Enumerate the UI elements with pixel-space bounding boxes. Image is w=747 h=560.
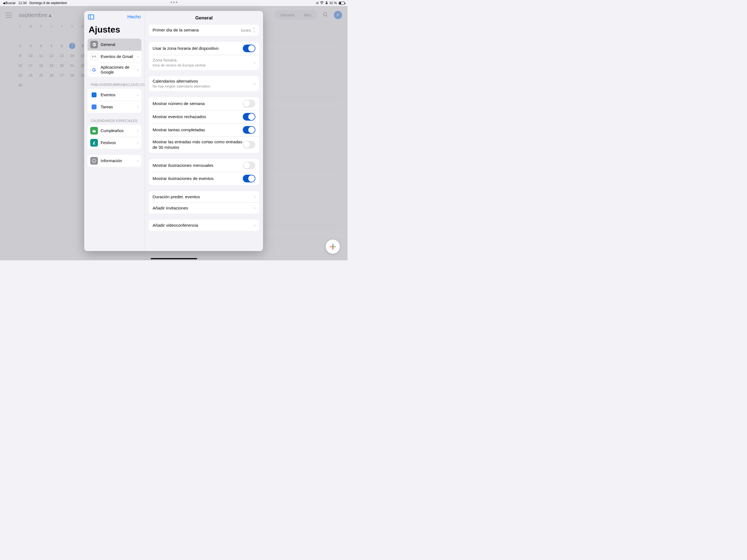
chevron-right-icon: › [137,128,138,133]
back-to-app[interactable]: ◀ Buscar [3,1,16,5]
create-event-fab[interactable] [326,239,340,254]
google-icon [90,66,98,74]
sidebar-item-gmail-events[interactable]: Eventos de Gmail › [87,51,141,62]
back-app-label: Buscar [5,1,16,5]
row-value: lunes [241,28,251,33]
updown-icon: ⌃⌄ [253,28,255,32]
gmail-icon [90,53,98,60]
sidebar-item-birthdays[interactable]: Cumpleaños › [87,125,141,137]
switch-declined-events[interactable] [243,113,255,121]
sidebar-item-info[interactable]: Información › [87,155,141,167]
group-display-toggles: Mostrar número de semana Mostrar eventos… [149,97,259,153]
svg-rect-5 [94,160,94,162]
row-label: Zona horaria [153,58,254,62]
row-week-number[interactable]: Mostrar número de semana [149,97,259,110]
row-add-videoconference[interactable]: Añadir videoconferencia › [149,220,259,231]
row-completed-tasks[interactable]: Mostrar tareas completadas [149,123,259,136]
tasks-color-icon [90,103,98,111]
sidebar-item-label: Información [101,158,137,163]
settings-detail: General Primer día de la semana lunes ⌃⌄… [145,11,263,251]
row-first-day[interactable]: Primer día de la semana lunes ⌃⌄ [149,25,259,36]
chevron-right-icon: › [137,67,138,72]
status-date: Domingo 8 de septiembre [29,1,67,5]
sidebar-item-label: General [101,42,137,47]
row-alt-calendars[interactable]: Calendarios alternativos No hay ningún c… [149,76,259,91]
chevron-right-icon: › [137,93,138,97]
chevron-right-icon: › [137,104,138,109]
row-label: Mostrar las entradas más cortas como ent… [153,139,243,150]
sidebar-group-main: General › Eventos de Gmail › Aplicacione… [87,39,141,77]
settings-sidebar: Hecho Ajustes General › Eventos de Gmail… [84,11,145,251]
battery-icon [338,2,345,5]
sidebar-section-special: CALENDARIOS ESPECIALES [84,119,145,125]
row-timezone[interactable]: Zona horaria hora de verano de Europa ce… [149,55,259,70]
chevron-right-icon: › [254,206,255,210]
sidebar-section-account: PABLOVERDUMIRA@ICLOUD.COM [84,83,145,89]
row-event-illustrations[interactable]: Mostrar ilustraciones de eventos [149,172,259,185]
sidebar-item-label: Festivos [101,140,137,145]
row-declined-events[interactable]: Mostrar eventos rechazados [149,110,259,123]
row-label: Añadir invitaciones [153,205,254,211]
sidebar-item-label: Eventos de Gmail [101,54,137,59]
row-short-entries[interactable]: Mostrar las entradas más cortas como ent… [149,136,259,153]
group-first-day: Primer día de la semana lunes ⌃⌄ [149,25,259,36]
wifi-icon [320,1,324,5]
multitask-dots-icon[interactable] [170,2,177,3]
done-button[interactable]: Hecho [127,14,141,20]
chevron-right-icon: › [137,54,138,59]
sidebar-item-events[interactable]: Eventos › [87,89,141,101]
group-illustrations: Mostrar ilustraciones mensuales Mostrar … [149,159,259,185]
row-label: Usar la zona horaria del dispositivo [153,46,243,51]
birthday-icon [90,127,98,134]
sidebar-item-label: Cumpleaños [101,128,137,133]
switch-short-entries[interactable] [243,141,255,149]
chevron-right-icon: › [137,140,138,145]
row-use-device-tz[interactable]: Usar la zona horaria del dispositivo [149,42,259,55]
chevron-right-icon: › [137,42,138,47]
row-label: Duración predet. eventos [153,194,254,200]
user-icon [325,1,328,5]
calendar-color-icon [90,91,98,99]
settings-modal: Hecho Ajustes General › Eventos de Gmail… [84,11,263,251]
chevron-right-icon: › [254,81,255,86]
row-label: Mostrar eventos rechazados [153,114,243,120]
switch-use-device-tz[interactable] [243,45,255,52]
settings-title: Ajustes [84,23,145,39]
row-label: Calendarios alternativos [153,79,254,84]
status-time: 11:34 [18,1,27,5]
sidebar-item-google-apps[interactable]: Aplicaciones de Google › [87,62,141,77]
row-label: Mostrar ilustraciones de eventos [153,176,243,181]
sidebar-item-label: Tareas [101,104,137,109]
row-label: Mostrar tareas completadas [153,127,243,133]
group-alt-calendars: Calendarios alternativos No hay ningún c… [149,76,259,91]
row-add-invites[interactable]: Añadir invitaciones › [149,202,259,213]
sidebar-item-tasks[interactable]: Tareas › [87,101,141,113]
switch-completed-tasks[interactable] [243,126,255,134]
sidebar-item-label: Aplicaciones de Google [101,65,137,75]
svg-point-0 [326,1,327,3]
row-monthly-illustrations[interactable]: Mostrar ilustraciones mensuales [149,159,259,172]
sidebar-group-special: Cumpleaños › Festivos › [87,125,141,149]
chevron-right-icon: › [137,158,138,163]
svg-point-4 [94,160,94,160]
row-sublabel: No hay ningún calendario alternativo [153,84,254,88]
sidebar-item-general[interactable]: General › [87,39,141,51]
row-default-duration[interactable]: Duración predet. eventos › [149,191,259,202]
chevron-right-icon: › [254,60,255,65]
battery-percent: 31 % [330,1,337,5]
gear-icon [90,41,98,48]
group-timezone: Usar la zona horaria del dispositivo Zon… [149,42,259,70]
switch-event-illustrations[interactable] [243,175,255,182]
info-icon [90,157,98,164]
switch-week-number[interactable] [243,100,255,107]
row-label: Añadir videoconferencia [153,223,254,228]
status-bar: ◀ Buscar 11:34 Domingo 8 de septiembre ı… [0,0,347,6]
sidebar-item-holidays[interactable]: Festivos › [87,137,141,149]
sidebar-item-label: Eventos [101,93,137,97]
switch-monthly-illustrations[interactable] [243,161,255,169]
sidebar-toggle-icon[interactable] [88,15,94,19]
chevron-right-icon: › [254,223,255,228]
row-label: Primer día de la semana [153,27,241,33]
detail-title: General [145,11,263,25]
home-indicator[interactable] [151,258,197,259]
